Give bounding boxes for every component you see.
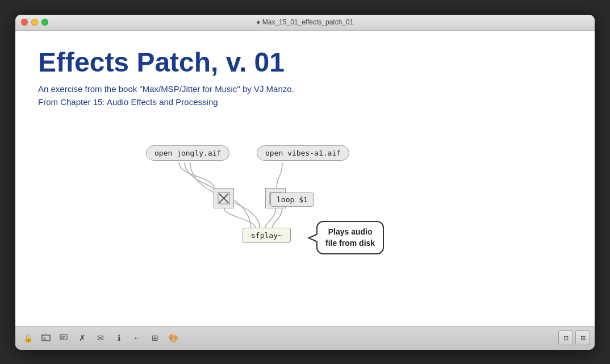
title-text: Max_15_01_effects_patch_01 (262, 18, 354, 26)
patch-area: open jongly.aif open vibes-a1.aif (38, 131, 572, 290)
patch-title: Effects Patch, v. 01 (38, 48, 572, 78)
comment-bubble: Plays audiofile from disk (316, 221, 384, 254)
new-object-icon: A (41, 333, 51, 342)
view-toggle-2[interactable]: ⊞ (575, 330, 590, 345)
back-button[interactable]: ← (129, 330, 145, 346)
title-icon: ♦ (257, 18, 260, 26)
new-object-button[interactable]: A (38, 330, 54, 346)
loop-node[interactable]: loop $1 (270, 193, 314, 207)
bottom-toolbar: 🔒 A ✗ ✉ ℹ ← ⊞ 🎨 ⊡ ⊞ (15, 326, 595, 350)
comment-icon (60, 333, 69, 342)
window-controls (21, 19, 48, 26)
view-toggle-1[interactable]: ⊡ (558, 330, 573, 345)
delete-button[interactable]: ✗ (74, 330, 90, 346)
inspector-button[interactable]: ✉ (93, 330, 108, 346)
toolbar-right: ⊡ ⊞ (558, 330, 590, 345)
color-button[interactable]: 🎨 (165, 330, 181, 346)
minimize-button[interactable] (31, 19, 38, 26)
content-area: Effects Patch, v. 01 An exercise from th… (15, 31, 595, 326)
subtitle-line1: An exercise from the book "Max/MSP/Jitte… (38, 84, 294, 94)
subtitle-line2: From Chapter 15: Audio Effects and Proce… (38, 97, 218, 107)
svg-text:A: A (43, 336, 47, 341)
grid-button[interactable]: ⊞ (147, 330, 163, 346)
toggle1-node[interactable] (214, 188, 234, 208)
maximize-button[interactable] (41, 19, 48, 26)
titlebar: ♦ Max_15_01_effects_patch_01 (15, 15, 595, 31)
toggle1-icon (218, 192, 230, 204)
open-jongly-node[interactable]: open jongly.aif (146, 145, 229, 161)
window-title: ♦ Max_15_01_effects_patch_01 (257, 18, 354, 26)
sfplay-node[interactable]: sfplay~ (243, 228, 291, 243)
lock-button[interactable]: 🔒 (20, 330, 36, 346)
close-button[interactable] (21, 19, 28, 26)
comment-button[interactable] (56, 330, 72, 346)
info-button[interactable]: ℹ (111, 330, 127, 346)
patch-subtitle: An exercise from the book "Max/MSP/Jitte… (38, 83, 572, 108)
application-window: ♦ Max_15_01_effects_patch_01 Effects Pat… (15, 15, 595, 350)
open-vibes-node[interactable]: open vibes-a1.aif (257, 145, 349, 161)
comment-text: Plays audiofile from disk (325, 227, 375, 248)
